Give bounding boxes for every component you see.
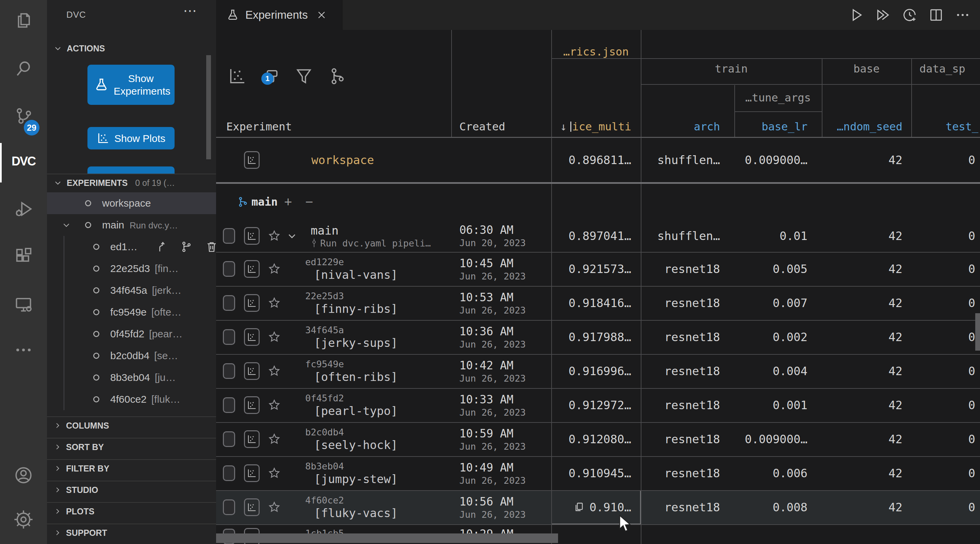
table-row[interactable]: b2c0db4 [seely-hock] 10:59 AM Jun 26, 20… <box>216 422 980 456</box>
source-control-icon[interactable] <box>0 97 47 134</box>
header-subgroup-tune-args[interactable]: …tune_args <box>734 91 822 104</box>
tree-item-experiment[interactable]: b2c0db4[se… <box>47 345 216 367</box>
plot-icon[interactable] <box>244 362 259 380</box>
row-checkbox[interactable] <box>223 228 235 244</box>
star-icon[interactable] <box>268 365 281 378</box>
queue-experiment-icon[interactable] <box>902 7 917 23</box>
remove-branch-button[interactable]: − <box>305 194 313 209</box>
filter-icon[interactable] <box>294 67 313 86</box>
plot-icon[interactable] <box>244 227 259 245</box>
branches-icon[interactable] <box>328 67 347 86</box>
header-experiment[interactable]: Experiment <box>226 120 292 133</box>
search-icon[interactable] <box>0 50 47 88</box>
tree-item-experiment[interactable]: 4f60ce2[fluk… <box>47 388 216 410</box>
add-branch-button[interactable]: + <box>284 194 292 209</box>
table-row[interactable]: ed1229e [nival-vans] 10:45 AM Jun 26, 20… <box>216 252 980 286</box>
star-icon[interactable] <box>268 501 281 514</box>
header-group-train[interactable]: train <box>641 62 822 75</box>
tree-item-experiment[interactable]: ed1… <box>47 236 216 258</box>
table-row[interactable]: 0f45fd2 [pearl-typo] 10:33 AM Jun 26, 20… <box>216 388 980 422</box>
section-actions[interactable]: ACTIONS <box>47 40 216 57</box>
plot-icon[interactable] <box>244 430 259 448</box>
row-checkbox[interactable] <box>223 431 235 447</box>
header-random-seed[interactable]: …ndom_seed <box>822 120 902 133</box>
chevron-down-icon[interactable] <box>287 231 297 241</box>
vertical-scrollbar[interactable] <box>975 313 980 351</box>
tree-item-workspace[interactable]: workspace <box>47 192 216 214</box>
section-experiments[interactable]: EXPERIMENTS 0 of 19 (… <box>47 174 216 191</box>
header-test[interactable]: test_ <box>946 120 978 133</box>
tree-item-experiment[interactable]: fc9549e[ofte… <box>47 301 216 323</box>
tree-item-experiment[interactable]: 8b3eb04[ju… <box>47 367 216 388</box>
account-icon[interactable] <box>0 456 47 494</box>
star-icon[interactable] <box>268 230 281 242</box>
run-experiment-icon[interactable] <box>849 7 864 23</box>
sidebar-collapsed-section[interactable]: COLUMNS <box>47 416 216 434</box>
partial-button[interactable] <box>88 166 175 174</box>
header-metrics-file[interactable]: …rics.json <box>551 45 641 58</box>
header-group-base[interactable]: base <box>822 62 911 75</box>
dvc-logo[interactable]: DVC <box>0 143 47 180</box>
plot-icon[interactable] <box>244 260 259 278</box>
main-row[interactable]: main Run dvc.yaml pipeli… 06:30 AM Jun 2… <box>216 220 980 252</box>
plot-icon[interactable] <box>244 464 259 482</box>
row-checkbox[interactable] <box>223 465 235 481</box>
plots-icon[interactable] <box>228 67 247 86</box>
tree-item-experiment[interactable]: 34f645a[jerk… <box>47 279 216 301</box>
sidebar-collapsed-section[interactable]: SUPPORT <box>47 523 216 541</box>
run-all-icon[interactable] <box>875 7 891 23</box>
star-icon[interactable] <box>268 467 281 480</box>
star-icon[interactable] <box>268 330 281 343</box>
remote-icon[interactable] <box>0 286 47 323</box>
star-icon[interactable] <box>268 262 281 275</box>
tree-item-experiment[interactable]: 0f45fd2[pear… <box>47 323 216 345</box>
more-actions-icon[interactable] <box>955 7 970 23</box>
show-experiments-button[interactable]: Show Experiments <box>88 65 175 105</box>
row-checkbox[interactable] <box>223 499 235 515</box>
copy-icon[interactable] <box>574 502 585 513</box>
split-editor-icon[interactable] <box>928 7 944 23</box>
header-arch[interactable]: arch <box>641 120 720 133</box>
run-debug-icon[interactable] <box>0 191 47 228</box>
show-plots-button[interactable]: Show Plots <box>88 127 175 150</box>
plot-icon[interactable] <box>244 328 259 346</box>
header-metric-col[interactable]: ↓ice_multi <box>551 120 631 133</box>
star-icon[interactable] <box>268 297 281 309</box>
plot-icon[interactable] <box>244 498 259 516</box>
sidebar-collapsed-section[interactable]: STUDIO <box>47 481 216 498</box>
plot-icon[interactable] <box>244 396 259 414</box>
sidebar-collapsed-section[interactable]: PLOTS <box>47 502 216 520</box>
workspace-row[interactable]: workspace 0.896811… shufflen… 0.009000… … <box>216 138 980 182</box>
sidebar-more-icon[interactable]: ⋯ <box>183 3 197 18</box>
table-row[interactable]: fc9549e [often-ribs] 10:42 AM Jun 26, 20… <box>216 354 980 388</box>
table-row[interactable]: 8b3eb04 [jumpy-stew] 10:49 AM Jun 26, 20… <box>216 456 980 490</box>
table-row[interactable]: 22e25d3 [finny-ribs] 10:53 AM Jun 26, 20… <box>216 286 980 320</box>
plot-icon[interactable] <box>244 294 259 312</box>
chevron-down-icon[interactable] <box>62 220 71 230</box>
branch-experiment-icon[interactable] <box>180 241 192 253</box>
tree-item-experiment[interactable]: 22e25d3[fin… <box>47 258 216 279</box>
plot-icon[interactable] <box>244 151 259 169</box>
close-icon[interactable] <box>317 10 327 20</box>
row-checkbox[interactable] <box>223 363 235 379</box>
horizontal-scrollbar[interactable] <box>216 533 558 543</box>
tab-experiments[interactable]: Experiments <box>216 0 343 30</box>
table-row[interactable]: 34f645a [jerky-sups] 10:36 AM Jun 26, 20… <box>216 320 980 354</box>
row-checkbox[interactable] <box>223 329 235 345</box>
more-icon[interactable] <box>0 331 47 369</box>
settings-icon[interactable] <box>0 501 47 538</box>
tree-item-main[interactable]: mainRun dvc.y… <box>47 214 216 236</box>
header-base-lr[interactable]: base_lr <box>734 120 808 133</box>
files-icon[interactable] <box>0 2 47 39</box>
sidebar-collapsed-section[interactable]: FILTER BY <box>47 459 216 477</box>
row-checkbox[interactable] <box>223 397 235 413</box>
star-icon[interactable] <box>268 433 281 446</box>
row-checkbox[interactable] <box>223 295 235 311</box>
header-created[interactable]: Created <box>460 120 505 133</box>
header-group-data-split[interactable]: data_sp <box>911 62 980 75</box>
sidebar-collapsed-section[interactable]: SORT BY <box>47 438 216 455</box>
table-row[interactable]: 4f60ce2 [fluky-vacs] 10:56 AM Jun 26, 20… <box>216 490 980 524</box>
apply-experiment-icon[interactable] <box>155 241 167 253</box>
row-checkbox[interactable] <box>223 261 235 277</box>
star-icon[interactable] <box>268 399 281 412</box>
